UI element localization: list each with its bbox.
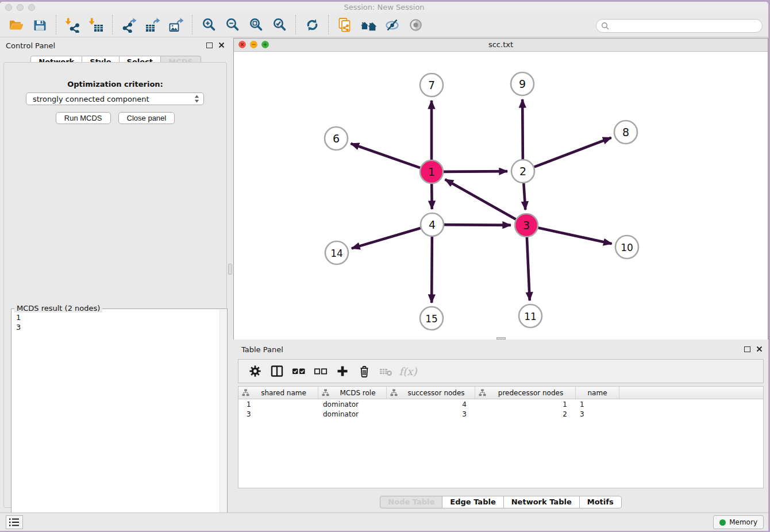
tab-network-table[interactable]: Network Table — [503, 496, 580, 508]
node-4[interactable]: 4 — [421, 213, 444, 236]
edge-1-6[interactable] — [351, 144, 420, 168]
cell-successor-nodes[interactable]: 3 — [387, 410, 475, 418]
edge-4-14[interactable] — [352, 228, 421, 248]
float-panel-icon[interactable] — [206, 43, 213, 48]
edge-3-1[interactable] — [445, 179, 516, 219]
node-label: 15 — [425, 313, 438, 325]
edge-1-2[interactable] — [444, 171, 507, 172]
node-10[interactable]: 10 — [615, 236, 638, 259]
close-panel-icon[interactable] — [218, 42, 225, 48]
add-column-button[interactable] — [332, 362, 353, 380]
export-table-button[interactable] — [141, 15, 164, 34]
column-header-predecessor-nodes[interactable]: predecessor nodes — [475, 387, 576, 399]
column-header-name[interactable]: name — [576, 387, 619, 399]
list-view-button[interactable] — [6, 515, 23, 529]
save-session-button[interactable] — [28, 15, 52, 34]
cell-MCDS-role[interactable]: dominator — [318, 400, 387, 408]
function-builder-icon: f(x) — [399, 365, 417, 377]
node-14[interactable]: 14 — [325, 241, 348, 264]
run-mcds-button[interactable]: Run MCDS — [56, 112, 111, 124]
search-box[interactable] — [596, 19, 763, 33]
float-table-panel-icon[interactable] — [744, 346, 750, 352]
zoom-fit-button[interactable] — [244, 15, 268, 34]
toolbar-separator — [56, 15, 57, 34]
search-input[interactable] — [611, 20, 762, 32]
node-7[interactable]: 7 — [420, 74, 443, 97]
edge-2-3[interactable] — [523, 183, 525, 210]
result-scrollbar[interactable] — [220, 310, 227, 529]
table-row[interactable]: 1dominator411 — [238, 399, 763, 409]
mcds-result-line: 1 — [16, 313, 21, 322]
cell-shared-name[interactable]: 1 — [238, 400, 318, 408]
import-table-button[interactable] — [84, 15, 108, 34]
memory-button[interactable]: Memory — [713, 515, 764, 529]
home-button[interactable] — [357, 15, 380, 34]
panel-divider-handle[interactable] — [228, 264, 232, 275]
node-2[interactable]: 2 — [511, 160, 534, 183]
cell-predecessor-nodes[interactable]: 1 — [475, 400, 576, 408]
network-window: scc.txt 7968124314101511 — [233, 38, 768, 340]
select-all-columns-button[interactable] — [288, 362, 310, 380]
table-panel: Table Panel f(x) shared nameMCDS rolesuc… — [233, 342, 768, 511]
tab-motifs[interactable]: Motifs — [579, 496, 622, 508]
node-3[interactable]: 3 — [515, 214, 538, 237]
delete-columns-button[interactable] — [353, 362, 375, 380]
node-9[interactable]: 9 — [511, 72, 534, 95]
show-graphics-details-button[interactable] — [404, 15, 428, 34]
edge-3-11[interactable] — [527, 237, 530, 300]
app-titlebar: Session: New Session — [0, 2, 768, 13]
settings-button[interactable] — [244, 362, 266, 380]
close-table-panel-icon[interactable] — [756, 346, 763, 352]
status-bar: Memory — [0, 512, 768, 531]
zoom-out-button[interactable] — [221, 15, 244, 34]
edge-4-3[interactable] — [444, 225, 511, 225]
node-1[interactable]: 1 — [420, 160, 443, 183]
show-columns-button[interactable] — [266, 362, 288, 380]
mcds-result-title: MCDS result (2 nodes) — [14, 304, 102, 313]
control-panel-title: Control Panel — [6, 41, 55, 50]
import-network-button[interactable] — [61, 15, 84, 34]
edge-2-9[interactable] — [522, 99, 523, 159]
close-panel-button[interactable]: Close panel — [118, 112, 175, 124]
hide-selected-button[interactable] — [380, 15, 404, 34]
toolbar-separator — [328, 15, 329, 34]
export-network-button[interactable] — [117, 15, 141, 34]
control-panel: Control Panel NetworkStyleSelectMCDS Opt… — [0, 38, 232, 511]
node-11[interactable]: 11 — [519, 304, 542, 327]
column-header-shared-name[interactable]: shared name — [238, 387, 318, 399]
open-file-button[interactable] — [5, 15, 28, 34]
tab-edge-table[interactable]: Edge Table — [442, 496, 503, 508]
column-header-label: MCDS role — [329, 389, 386, 397]
column-header-successor-nodes[interactable]: successor nodes — [387, 387, 475, 399]
edge-4-15[interactable] — [432, 237, 432, 303]
cell-shared-name[interactable]: 3 — [238, 410, 318, 418]
node-6[interactable]: 6 — [325, 127, 348, 150]
table-tabs: Node TableEdge TableNetwork TableMotifs — [233, 496, 768, 508]
zoom-selected-button[interactable] — [268, 15, 291, 34]
node-15[interactable]: 15 — [420, 307, 443, 330]
control-panel-header: Control Panel — [0, 38, 232, 53]
table-row[interactable]: 3dominator323 — [238, 409, 763, 419]
export-image-button[interactable] — [164, 15, 188, 34]
node-8[interactable]: 8 — [614, 121, 637, 144]
cell-name[interactable]: 1 — [576, 400, 619, 408]
optimization-criterion-select[interactable]: strongly connected component — [26, 92, 204, 105]
edge-2-8[interactable] — [534, 138, 611, 167]
network-resize-handle[interactable] — [496, 337, 506, 340]
mcds-result-lines: 13 — [11, 310, 25, 334]
zoom-in-button[interactable] — [197, 15, 221, 34]
cell-MCDS-role[interactable]: dominator — [318, 410, 387, 418]
tab-node-table[interactable]: Node Table — [380, 496, 442, 508]
cell-name[interactable]: 3 — [576, 410, 619, 418]
apply-layout-button[interactable] — [301, 15, 324, 34]
network-canvas[interactable]: 7968124314101511 — [234, 52, 768, 340]
cell-predecessor-nodes[interactable]: 2 — [475, 410, 576, 418]
memory-status-icon — [719, 519, 726, 526]
cell-successor-nodes[interactable]: 4 — [387, 400, 475, 408]
copy-network-button[interactable] — [333, 15, 357, 34]
unselect-all-columns-button[interactable] — [310, 362, 332, 380]
network-window-titlebar[interactable]: scc.txt — [234, 38, 768, 52]
node-label: 7 — [428, 79, 435, 91]
edge-3-10[interactable] — [538, 228, 612, 244]
column-header-MCDS-role[interactable]: MCDS role — [318, 387, 387, 399]
